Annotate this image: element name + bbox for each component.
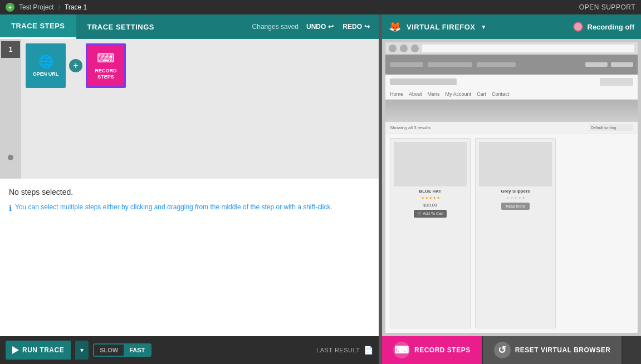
product-card-2: Grey Slippers ★ ★ ★ ★ ★ Read more (475, 138, 556, 328)
browser-viewport: Home About Mens My Account Cart Contact … (382, 39, 641, 336)
open-url-step[interactable]: 🌐 OPEN URL (26, 43, 66, 88)
record-steps-icon: ⌨ (97, 51, 115, 66)
star-2: ★ (425, 196, 428, 200)
product-name-2: Grey Slippers (501, 189, 530, 194)
record-steps-action-label: RECORD STEPS (414, 346, 471, 354)
site-title (390, 78, 457, 85)
browser-dropdown-icon[interactable]: ▼ (481, 24, 487, 30)
header-phone (477, 62, 516, 67)
star-empty-4: ★ (518, 196, 521, 200)
nav-cart[interactable]: Cart (477, 91, 486, 97)
add-to-cart-button-1[interactable]: 🛒 Add To Cart (414, 210, 447, 218)
project-icon: ✦ (6, 3, 14, 12)
recording-dot (573, 22, 583, 32)
breadcrumb-separator: / (58, 3, 60, 11)
page-header (385, 55, 638, 75)
fast-speed-button[interactable]: FAST (124, 345, 150, 356)
nav-refresh-button[interactable] (411, 45, 419, 52)
step-number-1: 1 (1, 41, 20, 58)
showing-results: Showing all 3 results (390, 125, 430, 130)
trace-name[interactable]: Trace 1 (65, 3, 87, 11)
open-url-label: OPEN URL (33, 71, 59, 77)
star-3: ★ (429, 196, 432, 200)
product-name-1: BLUE HAT (419, 189, 442, 194)
no-steps-hint: ℹ You can select multiple steps either b… (9, 202, 370, 214)
no-steps-area: No steps selected. ℹ You can select mult… (0, 179, 379, 336)
open-support-button[interactable]: OPEN SUPPORT (579, 3, 635, 11)
browser-name: VIRTUAL FIREFOX (407, 23, 476, 31)
tab-bar: TRACE STEPS TRACE SETTINGS Changes saved… (0, 14, 379, 39)
steps-area: 1 🌐 OPEN URL + ⌨ RECORD STEPS (0, 39, 379, 179)
webpage-nav-chrome (385, 42, 638, 55)
star-empty-1: ★ (506, 196, 510, 200)
tab-trace-steps[interactable]: TRACE STEPS (0, 14, 76, 39)
record-steps-label: RECORD STEPS (87, 68, 124, 80)
page-title-area (385, 75, 638, 89)
star-empty-2: ★ (510, 196, 513, 200)
product-price-1: $10.00 (423, 203, 437, 208)
info-icon: ℹ (9, 203, 12, 214)
undo-button[interactable]: UNDO ↩ (303, 21, 337, 33)
star-empty-5: ★ (522, 196, 525, 200)
run-trace-button[interactable]: RUN TRACE (6, 341, 71, 360)
last-result-area: LAST RESULT 📄 (316, 346, 373, 355)
play-icon (12, 346, 19, 354)
slow-speed-button[interactable]: SLOW (94, 345, 124, 356)
products-grid: BLUE HAT ★ ★ ★ ★ ★ $10.00 🛒 Add To Cart (385, 134, 638, 333)
header-address (390, 62, 423, 67)
sort-dropdown[interactable]: Default sorting (589, 124, 633, 131)
last-result-icon: 📄 (364, 346, 374, 355)
changes-saved-label: Changes saved (252, 23, 299, 31)
read-more-button-2[interactable]: Read more (501, 203, 530, 210)
product-card-1: BLUE HAT ★ ★ ★ ★ ★ $10.00 🛒 Add To Cart (390, 138, 471, 328)
header-contact-info (390, 62, 516, 67)
top-bar: ✦ Test Project / Trace 1 OPEN SUPPORT (0, 0, 641, 14)
globe-icon: 🌐 (38, 55, 53, 69)
undo-icon: ↩ (328, 23, 334, 31)
project-name[interactable]: Test Project (19, 3, 54, 11)
webpage: Home About Mens My Account Cart Contact … (385, 42, 638, 333)
results-bar: Showing all 3 results Default sorting (385, 122, 638, 134)
address-bar[interactable] (422, 45, 634, 52)
add-step-button[interactable]: + (69, 59, 82, 72)
tab-trace-settings[interactable]: TRACE SETTINGS (76, 14, 165, 39)
nav-about[interactable]: About (409, 91, 422, 97)
nav-contact[interactable]: Contact (492, 91, 509, 97)
star-4: ★ (433, 196, 436, 200)
header-email (428, 62, 472, 67)
left-panel: TRACE STEPS TRACE SETTINGS Changes saved… (0, 14, 379, 364)
nav-mens[interactable]: Mens (428, 91, 440, 97)
nav-home[interactable]: Home (390, 91, 403, 97)
step-row-1: 🌐 OPEN URL + ⌨ RECORD STEPS (26, 43, 374, 88)
category-dropdown[interactable] (600, 78, 633, 86)
firefox-icon: 🦊 (389, 21, 401, 33)
product-stars-2: ★ ★ ★ ★ ★ (506, 196, 525, 200)
nav-forward-button[interactable] (400, 45, 408, 52)
nav-back-button[interactable] (389, 45, 397, 52)
steps-content: 🌐 OPEN URL + ⌨ RECORD STEPS (21, 39, 379, 179)
hint-text: You can select multiple steps either by … (15, 202, 332, 212)
speed-toggle: SLOW FAST (93, 343, 151, 357)
header-nav (585, 62, 633, 67)
record-steps-step[interactable]: ⌨ RECORD STEPS (86, 43, 126, 88)
run-trace-dropdown-button[interactable]: ▾ (75, 341, 89, 360)
undo-redo-group: UNDO ↩ REDO ↪ (303, 21, 373, 33)
star-5: ★ (437, 196, 440, 200)
step-numbers-column: 1 (0, 39, 21, 179)
sort-label: Default sorting (591, 126, 616, 130)
header-nav-contact (611, 62, 633, 67)
no-steps-title: No steps selected. (9, 188, 370, 196)
star-empty-3: ★ (514, 196, 517, 200)
hero-section (385, 100, 638, 122)
record-steps-action-button[interactable]: ⌨ RECORD STEPS (382, 336, 482, 364)
browser-bar: 🦊 VIRTUAL FIREFOX ▼ Recording off (382, 14, 641, 39)
redo-icon: ↪ (364, 23, 370, 31)
recording-indicator: Recording off (573, 22, 635, 32)
main-layout: TRACE STEPS TRACE SETTINGS Changes saved… (0, 14, 641, 364)
recording-label: Recording off (588, 23, 635, 31)
redo-button[interactable]: REDO ↪ (339, 21, 373, 33)
nav-account[interactable]: My Account (446, 91, 472, 97)
reset-virtual-browser-button[interactable]: ↺ RESET VIRTUAL BROWSER (482, 336, 622, 364)
product-card-placeholder (560, 138, 633, 328)
bottom-bar: RUN TRACE ▾ SLOW FAST LAST RESULT 📄 (0, 336, 379, 364)
